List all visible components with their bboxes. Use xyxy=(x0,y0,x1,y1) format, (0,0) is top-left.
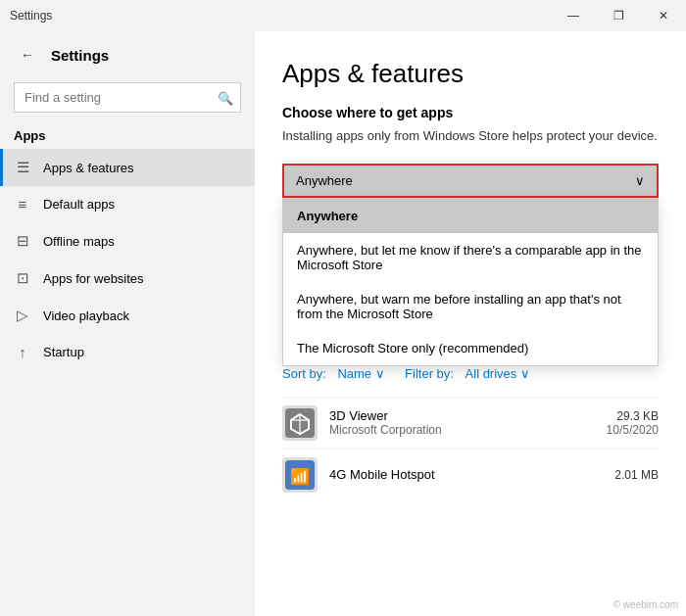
sidebar-header: ← Settings xyxy=(0,31,255,78)
app-size-3d-viewer: 29.3 KB xyxy=(607,409,659,423)
offline-icon: ⊟ xyxy=(14,232,31,250)
choose-desc: Installing apps only from Windows Store … xyxy=(282,126,659,146)
app-meta-3d-viewer: 29.3 KB 10/5/2020 xyxy=(607,409,659,437)
dropdown-selected-label: Anywhere xyxy=(296,173,353,188)
app-info-3d-viewer: 3D Viewer Microsoft Corporation xyxy=(329,408,595,437)
window-controls: — ❐ ✕ xyxy=(551,0,686,31)
sidebar-item-video-label: Video playback xyxy=(43,308,129,323)
dropdown-list: Anywhere Anywhere, but let me know if th… xyxy=(282,198,659,366)
sidebar-item-apps-label: Apps & features xyxy=(43,161,134,175)
default-icon: ≡ xyxy=(14,196,31,213)
sidebar-item-default-label: Default apps xyxy=(43,197,115,212)
app-date-3d-viewer: 10/5/2020 xyxy=(607,423,659,437)
dropdown-option-anywhere[interactable]: Anywhere xyxy=(283,199,658,233)
app-icon-4g-hotspot: 📶 xyxy=(282,457,318,493)
sidebar: ← Settings 🔍 Apps ☰ Apps & features ≡ De… xyxy=(0,31,255,616)
sidebar-item-startup-label: Startup xyxy=(43,345,84,359)
app-list-item[interactable]: 3D Viewer Microsoft Corporation 29.3 KB … xyxy=(282,397,659,449)
minimize-button[interactable]: — xyxy=(551,0,596,31)
startup-icon: ↑ xyxy=(14,344,31,360)
app-info-4g-hotspot: 4G Mobile Hotspot xyxy=(329,467,603,482)
filter-chevron-icon: ∨ xyxy=(520,366,530,381)
sidebar-section-label: Apps xyxy=(0,122,255,149)
search-input[interactable] xyxy=(14,82,241,113)
search-icon: 🔍 xyxy=(218,90,233,105)
sidebar-title: Settings xyxy=(51,47,109,64)
websites-icon: ⊡ xyxy=(14,269,31,287)
watermark: © weebim.com xyxy=(613,599,678,610)
sidebar-item-offline-label: Offline maps xyxy=(43,234,115,249)
sort-control[interactable]: Sort by: Name ∨ xyxy=(282,366,385,381)
sort-value: Name xyxy=(337,366,371,381)
sidebar-item-websites-label: Apps for websites xyxy=(43,271,144,286)
search-box: 🔍 xyxy=(14,82,241,113)
app-list-item[interactable]: 📶 4G Mobile Hotspot 2.01 MB xyxy=(282,449,659,500)
sidebar-item-default[interactable]: ≡ Default apps xyxy=(0,186,255,222)
dropdown-option-store-only[interactable]: The Microsoft Store only (recommended) xyxy=(283,331,658,365)
close-button[interactable]: ✕ xyxy=(641,0,686,31)
app-size-4g-hotspot: 2.01 MB xyxy=(614,468,659,482)
filter-control[interactable]: Filter by: All drives ∨ xyxy=(405,366,530,381)
titlebar: Settings — ❐ ✕ xyxy=(0,0,686,31)
apps-icon: ☰ xyxy=(14,159,31,176)
window-title: Settings xyxy=(10,9,52,23)
app-meta-4g-hotspot: 2.01 MB xyxy=(614,468,659,482)
sort-filter-row: Sort by: Name ∨ Filter by: All drives ∨ xyxy=(282,366,659,381)
dropdown-chevron-icon: ∨ xyxy=(635,173,645,188)
filter-value: All drives xyxy=(466,366,517,381)
video-icon: ▷ xyxy=(14,307,31,324)
page-title: Apps & features xyxy=(282,59,659,89)
app-source-dropdown-wrapper: Anywhere ∨ Anywhere Anywhere, but let me… xyxy=(282,164,659,198)
choose-heading: Choose where to get apps xyxy=(282,105,659,120)
svg-text:📶: 📶 xyxy=(290,467,310,486)
app-name-4g-hotspot: 4G Mobile Hotspot xyxy=(329,467,603,482)
sort-label: Sort by: xyxy=(282,366,326,381)
content-panel: Apps & features Choose where to get apps… xyxy=(255,31,686,616)
filter-label: Filter by: xyxy=(405,366,454,381)
app-publisher-3d-viewer: Microsoft Corporation xyxy=(329,423,595,437)
sort-chevron-icon: ∨ xyxy=(375,366,385,381)
settings-window: Settings — ❐ ✕ ← Settings 🔍 Apps ☰ Apps … xyxy=(0,0,686,616)
sidebar-item-startup[interactable]: ↑ Startup xyxy=(0,334,255,370)
sidebar-item-video[interactable]: ▷ Video playback xyxy=(0,297,255,334)
app-icon-3d-viewer xyxy=(282,405,318,441)
dropdown-option-anywhere-warn[interactable]: Anywhere, but warn me before installing … xyxy=(283,282,658,331)
sidebar-item-apps[interactable]: ☰ Apps & features xyxy=(0,149,255,186)
app-source-dropdown-selected[interactable]: Anywhere ∨ xyxy=(282,164,659,198)
app-name-3d-viewer: 3D Viewer xyxy=(329,408,595,423)
back-button[interactable]: ← xyxy=(14,41,41,69)
sidebar-item-offline[interactable]: ⊟ Offline maps xyxy=(0,222,255,260)
dropdown-option-anywhere-notify[interactable]: Anywhere, but let me know if there's a c… xyxy=(283,233,658,282)
main-content: ← Settings 🔍 Apps ☰ Apps & features ≡ De… xyxy=(0,31,686,616)
sidebar-item-websites[interactable]: ⊡ Apps for websites xyxy=(0,260,255,297)
maximize-button[interactable]: ❐ xyxy=(596,0,641,31)
